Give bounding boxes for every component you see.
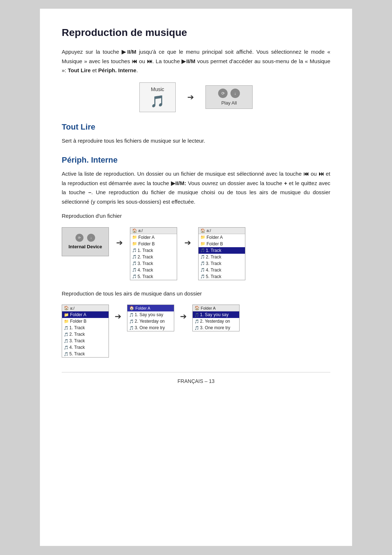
list-item: 🎵4. Track xyxy=(62,344,109,351)
music-icon: 🎵 xyxy=(200,255,205,259)
play-pause-icon-2: ▶II/M xyxy=(181,58,195,64)
music-icon: 🎵 xyxy=(195,313,199,317)
file-list-2: 🏠 a:/ 📁Folder A 📁Folder B 🎵1. Track 🎵2. … xyxy=(198,227,245,280)
list-item: 🎵2. Track xyxy=(130,254,177,260)
list-item: 📁Folder B xyxy=(62,318,109,325)
list-item: 🎵3. One more try xyxy=(127,325,174,331)
arrow-icon-3: ➔ xyxy=(184,238,191,248)
device-repeat-icon: ⟳ xyxy=(75,234,83,242)
music-icon: 🎵 xyxy=(200,248,205,252)
internal-device-label: Internal Device xyxy=(69,244,102,249)
minus-icon: – xyxy=(88,189,91,195)
music-icon: 🎵 xyxy=(129,326,134,330)
device-down-icon: ↓ xyxy=(87,234,95,242)
list-item: 🎵3. Track xyxy=(199,260,245,267)
periph-interne-ref: Périph. Interne xyxy=(98,67,136,73)
list-item: 🎵4. Track xyxy=(130,267,177,273)
footer: FRANÇAIS – 13 xyxy=(62,372,330,384)
play-all-box: ⟳ ↓ Play All xyxy=(205,85,253,109)
folder-icon: 📁 xyxy=(200,241,205,246)
internal-device-box: ⟳ ↓ Internal Device xyxy=(62,227,109,256)
play-all-label: Play All xyxy=(212,100,246,106)
music-icon: 🎵 xyxy=(200,268,205,272)
folder-icon: 📁 xyxy=(64,313,69,317)
tout-lire-text: Sert à reproduire tous les fichiers de m… xyxy=(62,136,330,146)
music-icon: 🎵 xyxy=(129,319,134,323)
music-box-label: Music xyxy=(151,86,164,92)
tout-lire-ref: Tout Lire xyxy=(68,67,91,73)
prev-icon-2: ⏮ xyxy=(303,171,309,177)
list-item: 🎵5. Track xyxy=(62,351,109,357)
down-icon: ↓ xyxy=(230,89,240,98)
folder-icon: 📁 xyxy=(132,241,137,246)
music-icon: 🎵 xyxy=(64,346,68,350)
prev-icon-1: ⏮ xyxy=(132,58,137,64)
list-item: 🎵2. Yesterday on xyxy=(193,318,239,325)
folder-list-2: 🏠 Folder A 🎵1. Say you say 🎵2. Yesterday… xyxy=(127,305,174,331)
music-box: Music 🎵 xyxy=(139,82,176,112)
list-item: 📁Folder B xyxy=(130,241,177,247)
tout-lire-heading: Tout Lire xyxy=(62,122,330,132)
dossier-list1-header: 🏠 a:/ xyxy=(62,305,109,311)
home-icon-5: 🏠 xyxy=(195,306,200,310)
list-item: 📁Folder A xyxy=(199,234,245,241)
folder-icon: 📁 xyxy=(200,235,205,240)
music-icon: 🎵 xyxy=(64,332,68,336)
arrow-icon-1: ➔ xyxy=(187,93,194,102)
music-icon: 🎵 xyxy=(200,261,205,265)
arrow-icon-4: ➔ xyxy=(115,312,121,321)
music-icon: 🎵 xyxy=(129,313,134,317)
music-icon: 🎵 xyxy=(132,255,136,259)
intro-paragraph: Appuyez sur la touche ▶II/M jusqu'à ce q… xyxy=(62,47,330,75)
home-icon-2: 🏠 xyxy=(200,228,205,233)
list-item: 🎵2. Track xyxy=(62,331,109,338)
list-item: 📁Folder B xyxy=(199,241,245,247)
page: Reproduction de musique Appuyez sur la t… xyxy=(40,9,352,546)
device-icons: ⟳ ↓ xyxy=(75,234,95,242)
list-item: 🎵2. Track xyxy=(199,254,245,260)
list2-header: 🏠 a:/ xyxy=(199,228,245,234)
music-note-symbol: 🎵 xyxy=(150,94,165,108)
reprod-dossier-demo: 🏠 a:/ 📁Folder A 📁Folder B 🎵1. Track 🎵2. … xyxy=(62,305,330,358)
list-item: 🎵5. Track xyxy=(199,273,245,280)
music-icon: 🎵 xyxy=(132,248,136,252)
list-item: 🎵1. Say you say xyxy=(127,311,174,318)
list-item-selected: 🎵1. Say you say xyxy=(193,311,239,318)
music-icon: 🎵 xyxy=(64,352,68,356)
reprod-dossier-caption: Reproduction de tous les airs de musique… xyxy=(62,289,330,298)
play-pause-icon-3: ▶II/M: xyxy=(171,180,187,186)
folder-icon: 📁 xyxy=(64,319,69,324)
music-icon: 🎵 xyxy=(132,261,136,265)
list-item: 🎵5. Track xyxy=(130,273,177,280)
reprod-fichier-demo: ⟳ ↓ Internal Device ➔ 🏠 a:/ 📁Folder A 📁F… xyxy=(62,227,330,280)
home-icon-3: 🏠 xyxy=(64,306,69,310)
music-icon: 🎵 xyxy=(200,274,205,278)
music-demo-illustration: Music 🎵 ➔ ⟳ ↓ Play All xyxy=(62,82,330,112)
music-icon: 🎵 xyxy=(64,326,68,330)
music-icon: 🎵 xyxy=(195,326,199,330)
list-item: 🎵3. One more try xyxy=(193,325,239,331)
periph-heading: Périph. Interne xyxy=(62,155,330,165)
music-icon: 🎵 xyxy=(132,274,136,278)
home-icon-4: 🏠 xyxy=(129,306,134,310)
folder-list-3: 🏠 Folder A 🎵1. Say you say 🎵2. Yesterday… xyxy=(192,305,240,331)
play-all-icons: ⟳ ↓ xyxy=(212,89,246,98)
play-pause-icon-1: ▶II/M xyxy=(122,49,136,55)
periph-text: Active la liste de reproduction. Un doss… xyxy=(62,169,330,206)
arrow-icon-5: ➔ xyxy=(180,312,187,321)
file-list-1: 🏠 a:/ 📁Folder A 📁Folder B 🎵1. Track 🎵2. … xyxy=(130,227,177,280)
plus-icon: + xyxy=(284,180,287,186)
list-item: 📁Folder A xyxy=(130,234,177,241)
arrow-icon-2: ➔ xyxy=(116,238,123,248)
list-item: 🎵4. Track xyxy=(199,267,245,273)
repeat-icon: ⟳ xyxy=(218,89,228,98)
list-item: 🎵3. Track xyxy=(62,338,109,344)
list-item: 🎵2. Yesterday on xyxy=(127,318,174,325)
dossier-list2-header: 🏠 Folder A xyxy=(127,305,174,311)
next-icon-1: ⏭ xyxy=(147,58,152,64)
folder-list-1: 🏠 a:/ 📁Folder A 📁Folder B 🎵1. Track 🎵2. … xyxy=(62,305,109,358)
music-icon: 🎵 xyxy=(195,319,199,323)
folder-icon: 📁 xyxy=(132,235,137,240)
page-title: Reproduction de musique xyxy=(62,27,330,38)
reprod-fichier-caption: Reproduction d'un fichier xyxy=(62,211,330,221)
